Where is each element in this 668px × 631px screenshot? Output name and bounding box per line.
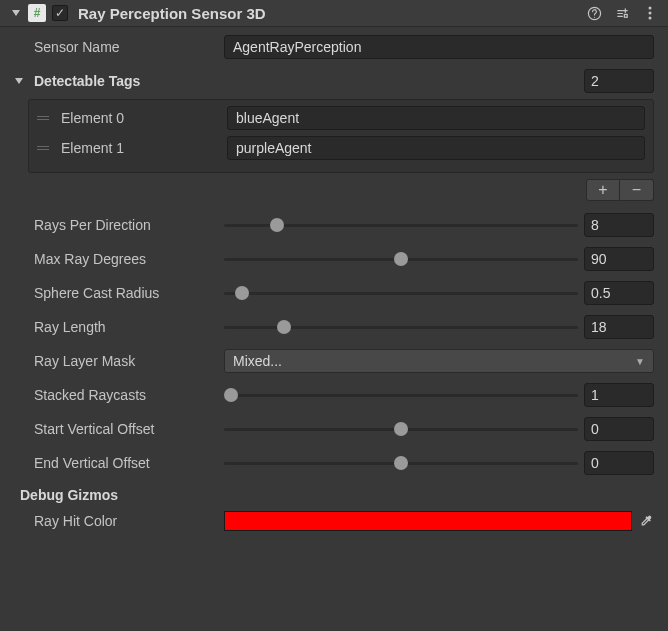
start-vertical-offset-label: Start Vertical Offset — [14, 421, 224, 437]
detectable-tags-list: Element 0 Element 1 — [28, 99, 654, 173]
detectable-tags-label: Detectable Tags — [28, 73, 578, 89]
eyedropper-icon[interactable] — [638, 513, 654, 529]
menu-icon[interactable] — [642, 5, 658, 21]
stacked-raycasts-value[interactable] — [584, 383, 654, 407]
svg-point-1 — [593, 16, 594, 17]
stacked-raycasts-slider[interactable] — [224, 385, 578, 405]
ray-layer-mask-value: Mixed... — [233, 353, 282, 369]
detectable-tags-header[interactable]: Detectable Tags — [14, 69, 654, 93]
ray-length-slider[interactable] — [224, 317, 578, 337]
end-vertical-offset-slider[interactable] — [224, 453, 578, 473]
rays-per-direction-label: Rays Per Direction — [14, 217, 224, 233]
help-icon[interactable] — [586, 5, 602, 21]
remove-element-button[interactable]: − — [620, 179, 654, 201]
rays-per-direction-value[interactable] — [584, 213, 654, 237]
ray-length-value[interactable] — [584, 315, 654, 339]
start-vertical-offset-slider[interactable] — [224, 419, 578, 439]
rays-per-direction-slider[interactable] — [224, 215, 578, 235]
element-1-label: Element 1 — [61, 140, 227, 156]
svg-rect-2 — [624, 14, 627, 17]
script-icon: # — [28, 4, 46, 22]
chevron-down-icon: ▼ — [635, 356, 645, 367]
component-title: Ray Perception Sensor 3D — [78, 5, 586, 22]
ray-hit-color-field[interactable] — [224, 511, 632, 531]
add-element-button[interactable]: + — [586, 179, 620, 201]
max-ray-degrees-slider[interactable] — [224, 249, 578, 269]
enable-checkbox[interactable] — [52, 5, 68, 21]
preset-icon[interactable] — [614, 5, 630, 21]
sphere-cast-radius-value[interactable] — [584, 281, 654, 305]
sphere-cast-radius-slider[interactable] — [224, 283, 578, 303]
drag-handle-icon[interactable] — [37, 146, 53, 150]
ray-layer-mask-dropdown[interactable]: Mixed... ▼ — [224, 349, 654, 373]
svg-point-5 — [649, 17, 652, 20]
end-vertical-offset-label: End Vertical Offset — [14, 455, 224, 471]
detectable-tags-size[interactable] — [584, 69, 654, 93]
sensor-name-label: Sensor Name — [14, 39, 224, 55]
component-body: Sensor Name Detectable Tags Element 0 El… — [0, 27, 668, 531]
component-header: # Ray Perception Sensor 3D — [0, 0, 668, 27]
sensor-name-input[interactable] — [224, 35, 654, 59]
drag-handle-icon[interactable] — [37, 116, 53, 120]
element-0-label: Element 0 — [61, 110, 227, 126]
svg-point-4 — [649, 12, 652, 15]
element-0-input[interactable] — [227, 106, 645, 130]
start-vertical-offset-value[interactable] — [584, 417, 654, 441]
max-ray-degrees-value[interactable] — [584, 247, 654, 271]
stacked-raycasts-label: Stacked Raycasts — [14, 387, 224, 403]
list-item: Element 1 — [37, 136, 645, 160]
ray-hit-color-label: Ray Hit Color — [14, 513, 224, 529]
foldout-toggle[interactable] — [10, 7, 22, 19]
svg-point-3 — [649, 7, 652, 10]
element-1-input[interactable] — [227, 136, 645, 160]
max-ray-degrees-label: Max Ray Degrees — [14, 251, 224, 267]
ray-layer-mask-label: Ray Layer Mask — [14, 353, 224, 369]
ray-length-label: Ray Length — [14, 319, 224, 335]
debug-gizmos-label: Debug Gizmos — [20, 487, 654, 503]
list-item: Element 0 — [37, 106, 645, 130]
sphere-cast-radius-label: Sphere Cast Radius — [14, 285, 224, 301]
end-vertical-offset-value[interactable] — [584, 451, 654, 475]
